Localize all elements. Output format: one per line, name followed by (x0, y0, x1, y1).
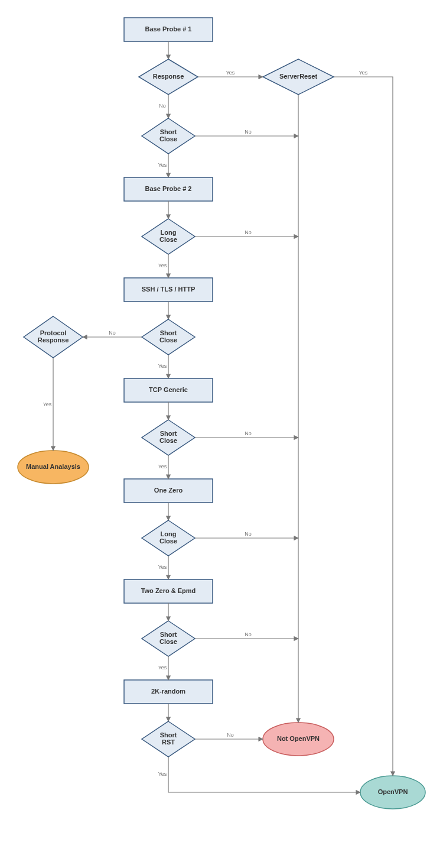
label-manual-analysis: Manual Analaysis (26, 463, 80, 470)
edge-label-srst-no: No (227, 732, 234, 738)
label-short-close-3-a: Short (160, 430, 177, 437)
label-short-rst-a: Short (160, 731, 177, 739)
label-short-close-2-a: Short (160, 329, 177, 336)
node-short-rst: Short RST (142, 721, 195, 757)
label-long-close-1-a: Long (161, 229, 177, 236)
label-protocol-response-a: Protocol (40, 329, 67, 336)
label-long-close-2-a: Long (161, 530, 177, 537)
edge-label-serverreset-yes: Yes (359, 70, 368, 76)
label-server-reset: ServerReset (279, 73, 318, 80)
label-short-close-4-a: Short (160, 631, 177, 638)
label-long-close-2-b: Close (159, 537, 177, 545)
node-response: Response (139, 59, 198, 95)
label-long-close-1-b: Close (159, 236, 177, 243)
node-short-close-1: Short Close (142, 118, 195, 154)
label-2k-random: 2K-random (151, 688, 185, 695)
label-base-probe-1: Base Probe # 1 (145, 25, 192, 33)
edge-label-lc1-yes: Yes (158, 263, 167, 268)
label-ssh-tls-http: SSH / TLS / HTTP (142, 286, 195, 293)
edge-label-sc2-no: No (109, 330, 116, 336)
edge-label-sc4-yes: Yes (158, 665, 167, 671)
edge-label-sc3-yes: Yes (158, 464, 167, 469)
edge-serverreset-openvpn (334, 77, 393, 776)
edge-label-response-no: No (159, 103, 166, 109)
node-short-close-4: Short Close (142, 621, 195, 656)
node-protocol-response: Protocol Response (24, 316, 83, 358)
label-base-probe-2: Base Probe # 2 (145, 185, 192, 192)
label-short-rst-b: RST (162, 739, 175, 746)
node-manual-analysis: Manual Analaysis (18, 451, 89, 484)
label-tcp-generic: TCP Generic (149, 386, 188, 393)
label-short-close-1-b: Close (159, 135, 177, 142)
label-short-close-1-a: Short (160, 128, 177, 135)
label-openvpn: OpenVPN (378, 788, 408, 795)
node-short-close-2: Short Close (142, 319, 195, 355)
label-response: Response (153, 73, 184, 80)
node-base-probe-2: Base Probe # 2 (124, 177, 213, 201)
label-short-close-2-b: Close (159, 336, 177, 344)
label-short-close-4-b: Close (159, 638, 177, 645)
node-ssh-tls-http: SSH / TLS / HTTP (124, 278, 213, 302)
node-2k-random: 2K-random (124, 680, 213, 704)
node-not-openvpn: Not OpenVPN (263, 723, 334, 756)
node-base-probe-1: Base Probe # 1 (124, 18, 213, 41)
node-one-zero: One Zero (124, 479, 213, 503)
node-long-close-1: Long Close (142, 219, 195, 254)
node-tcp-generic: TCP Generic (124, 378, 213, 402)
edge-label-sc1-no: No (245, 129, 252, 135)
edge-label-lc2-no: No (245, 531, 252, 537)
edge-label-lc1-no: No (245, 229, 252, 235)
label-one-zero: One Zero (154, 487, 183, 494)
edge-label-sc3-no: No (245, 430, 252, 436)
node-two-zero-epmd: Two Zero & Epmd (124, 579, 213, 603)
edge-label-response-yes: Yes (226, 70, 235, 76)
edge-label-proto-yes: Yes (43, 401, 52, 407)
edge-label-sc4-no: No (245, 631, 252, 637)
node-server-reset: ServerReset (263, 59, 334, 95)
label-not-openvpn: Not OpenVPN (277, 735, 320, 742)
node-long-close-2: Long Close (142, 520, 195, 556)
edge-srst-openvpn (168, 757, 360, 792)
edge-label-lc2-yes: Yes (158, 564, 167, 570)
node-openvpn: OpenVPN (360, 776, 425, 809)
label-short-close-3-b: Close (159, 437, 177, 444)
label-protocol-response-b: Response (38, 336, 69, 344)
node-short-close-3: Short Close (142, 420, 195, 455)
label-two-zero-epmd: Two Zero & Epmd (141, 587, 196, 594)
edge-label-srst-yes: Yes (158, 771, 167, 777)
edge-label-sc1-yes: Yes (158, 162, 167, 168)
edge-label-sc2-yes: Yes (158, 363, 167, 369)
